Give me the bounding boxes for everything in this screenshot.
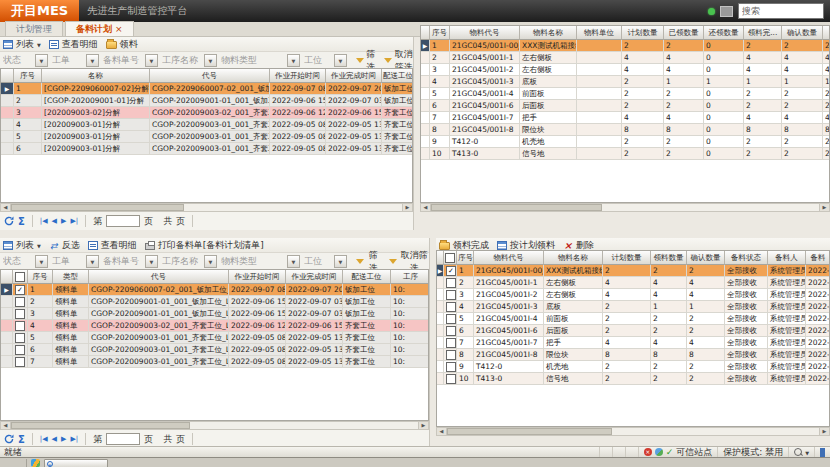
column-header[interactable]: 作业完成时间 (326, 69, 382, 83)
table-row[interactable]: 421GC045/001I-3底板211111 (421, 76, 829, 88)
column-header[interactable]: 还领数量 (704, 26, 744, 40)
row-checkbox-cell[interactable] (13, 344, 28, 356)
horizontal-scrollbar[interactable] (436, 427, 830, 436)
page-number-input[interactable] (106, 433, 140, 445)
row-checkbox[interactable] (15, 297, 25, 307)
filter-combo[interactable]: 工位 (304, 255, 347, 268)
scrollbar-thumb[interactable] (11, 422, 190, 429)
dropdown-icon[interactable] (86, 255, 99, 268)
table-row[interactable]: 10T413-0信号地222全部接收系统管理员2022-09 (437, 373, 829, 385)
table-row[interactable]: 7领料单CGOP-202009003-01_001_齐套工位_LLD_00120… (1, 356, 428, 368)
toolbar-button-folder[interactable]: 领料 (106, 38, 138, 51)
scroll-right-icon[interactable] (819, 204, 829, 211)
row-checkbox[interactable] (446, 350, 456, 360)
page-first-icon[interactable] (40, 435, 48, 443)
refresh-icon[interactable] (4, 216, 14, 226)
scrollbar-thumb[interactable] (447, 428, 612, 435)
horizontal-scrollbar[interactable] (420, 203, 830, 212)
column-header[interactable]: 序号 (457, 251, 474, 265)
row-checkbox[interactable] (15, 345, 25, 355)
table-row[interactable]: 721GC045/001I-7把手440444 (421, 112, 829, 124)
column-header[interactable]: 类型 (53, 270, 89, 284)
row-checkbox[interactable] (446, 326, 456, 336)
column-header[interactable]: 配送工位 (343, 270, 391, 284)
dropdown-icon[interactable] (204, 54, 217, 67)
column-header[interactable]: 计划数量 (622, 26, 664, 40)
table-row[interactable]: 1[CGOP-2209060007-02]分解CGOP-2209060007-0… (1, 83, 412, 95)
table-row[interactable]: 6[202009003-01]分解CGOP-202009003-01_001_齐… (1, 143, 412, 155)
row-checkbox-cell[interactable] (444, 373, 457, 385)
row-checkbox-cell[interactable] (444, 325, 457, 337)
column-header[interactable] (823, 26, 830, 40)
toolbar-button-invert-select[interactable]: 反选 (49, 239, 80, 252)
row-checkbox-cell[interactable] (444, 265, 457, 277)
table-row[interactable]: 6领料单CGOP-202009003-01_001_齐套工位_LLD_...20… (1, 344, 428, 356)
page-last-icon[interactable] (70, 435, 78, 443)
row-checkbox-cell[interactable] (444, 313, 457, 325)
column-header[interactable]: 工序 (391, 270, 429, 284)
dropdown-icon[interactable] (145, 54, 158, 67)
dropdown-icon[interactable] (334, 54, 347, 67)
filter-combo[interactable]: 状态 (3, 54, 48, 67)
row-checkbox-cell[interactable] (13, 332, 28, 344)
page-last-icon[interactable] (70, 217, 78, 225)
column-header[interactable]: 序号 (14, 69, 42, 83)
row-checkbox-cell[interactable] (444, 277, 457, 289)
select-all-checkbox[interactable] (15, 272, 25, 282)
toolbar-button-view-detail[interactable]: 查看明细 (49, 38, 98, 51)
row-checkbox-cell[interactable] (13, 356, 28, 368)
column-header[interactable]: 物料代号 (450, 26, 520, 40)
filter-combo[interactable]: 工序名称 (162, 54, 217, 67)
scrollbar-thumb[interactable] (431, 204, 602, 211)
dropdown-icon[interactable] (145, 255, 158, 268)
column-header[interactable]: 物料名称 (520, 26, 577, 40)
scroll-right-icon[interactable] (819, 428, 829, 435)
filter-combo[interactable]: 工位 (304, 54, 347, 67)
toolbar-button-list-grid[interactable]: 列表 (3, 239, 41, 252)
column-header[interactable]: 计划数量 (603, 251, 651, 265)
column-header[interactable]: 序号 (430, 26, 450, 40)
column-header[interactable]: 备料人 (768, 251, 806, 265)
table-row[interactable]: 121GC045/001I-00JLXXX测试机箱接线222全部接收系统管理员2… (437, 265, 829, 277)
scroll-left-icon[interactable] (421, 204, 431, 211)
page-next-icon[interactable] (61, 435, 66, 443)
table-row[interactable]: 121GC045/001I-00JLXXX测试机箱接线220222 (421, 40, 829, 52)
filter-combo[interactable]: 状态 (3, 255, 48, 268)
table-row[interactable]: 5领料单CGOP-202009003-01_001_齐套工位_LLD_...20… (1, 332, 428, 344)
row-checkbox-cell[interactable] (13, 284, 28, 296)
table-row[interactable]: 321GC045/001I-2左右侧板444全部接收系统管理员2022-09 (437, 289, 829, 301)
toolbar-button-view-detail[interactable]: 查看明细 (88, 239, 137, 252)
column-header[interactable]: 配送工位 (382, 69, 413, 83)
column-header[interactable]: 序号 (28, 270, 53, 284)
dropdown-icon[interactable] (287, 255, 300, 268)
table-row[interactable]: 221GC045/001I-1左右侧板440444 (421, 52, 829, 64)
row-checkbox[interactable] (446, 362, 456, 372)
row-checkbox-cell[interactable] (444, 337, 457, 349)
page-next-icon[interactable] (61, 217, 66, 225)
quick-launch-icon[interactable] (31, 459, 40, 467)
column-header[interactable]: 已领数量 (664, 26, 704, 40)
row-checkbox-cell[interactable] (444, 349, 457, 361)
column-header[interactable]: 名称 (42, 69, 150, 83)
table-row[interactable]: 821GC045/001I-8限位块888全部接收系统管理员2022-09 (437, 349, 829, 361)
column-header[interactable]: 领料完... (744, 26, 782, 40)
column-header[interactable]: 物料名称 (544, 251, 603, 265)
row-checkbox-cell[interactable] (444, 361, 457, 373)
scroll-left-icon[interactable] (1, 204, 11, 211)
page-first-icon[interactable] (40, 217, 48, 225)
column-header[interactable]: 备料状态 (725, 251, 768, 265)
column-header[interactable]: 确认数量 (782, 26, 823, 40)
table-row[interactable]: 3[202009003-02]分解CGOP-202009003-02_001_齐… (1, 107, 412, 119)
table-row[interactable]: 1领料单CGOP-2209060007-02_001_钣加工位_LLD...20… (1, 284, 428, 296)
filter-combo[interactable]: 备料单号 (103, 54, 158, 67)
dropdown-icon[interactable] (287, 54, 300, 67)
table-row[interactable]: 10T413-0信号地220222 (421, 148, 829, 160)
scroll-left-icon[interactable] (437, 428, 447, 435)
toolbar-button-printer[interactable]: 打印备料单[备料计划清单] (145, 239, 264, 252)
toolbar-button-list-grid[interactable]: 列表 (3, 38, 41, 51)
row-checkbox[interactable] (15, 357, 25, 367)
dropdown-icon[interactable] (86, 54, 99, 67)
table-row[interactable]: 2[CGOP-202009001-01]分解CGOP-202009001-01_… (1, 95, 412, 107)
page-prev-icon[interactable] (52, 435, 57, 443)
column-header[interactable]: 代号 (89, 270, 229, 284)
